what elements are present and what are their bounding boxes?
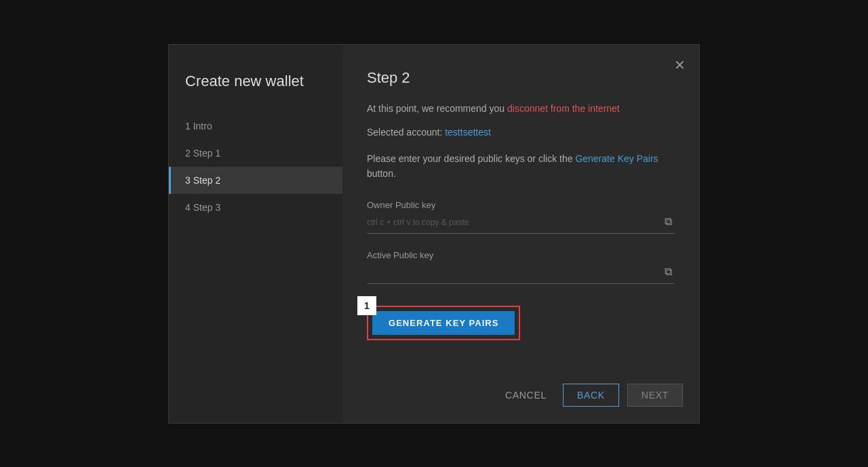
owner-key-input[interactable] (367, 217, 662, 227)
active-key-input[interactable] (367, 267, 662, 277)
selected-account-line: Selected account: testtsettest (367, 127, 675, 138)
modal-container: Create new wallet 1 Intro 2 Step 1 3 Ste… (168, 44, 700, 424)
sidebar-item-step2[interactable]: 3 Step 2 (169, 167, 342, 194)
generate-key-pairs-button[interactable]: GENERATE KEY PAIRS (372, 311, 515, 335)
instruction-text: Please enter your desired public keys or… (367, 151, 675, 182)
active-key-row: ⧉ (367, 264, 675, 284)
close-button[interactable]: ✕ (671, 56, 688, 75)
recommendation-text: At this point, we recommend you disconne… (367, 102, 675, 116)
sidebar-item-intro[interactable]: 1 Intro (169, 113, 342, 140)
account-name: testtsettest (445, 127, 491, 138)
sidebar-item-step3[interactable]: 4 Step 3 (169, 194, 342, 221)
sidebar-item-number: 1 (185, 121, 191, 131)
cancel-button[interactable]: CANCEL (497, 384, 555, 406)
next-button[interactable]: NEXT (627, 384, 683, 407)
main-content: ✕ Step 2 At this point, we recommend you… (342, 45, 699, 423)
generate-link: Generate Key Pairs (575, 153, 658, 164)
active-key-field-group: Active Public key ⧉ (367, 250, 675, 284)
owner-key-row: ⧉ (367, 214, 675, 234)
footer-actions: CANCEL BACK NEXT (497, 384, 683, 407)
sidebar: Create new wallet 1 Intro 2 Step 1 3 Ste… (169, 45, 342, 423)
active-key-label: Active Public key (367, 250, 675, 260)
sidebar-item-number: 3 (185, 175, 191, 186)
generate-area: 1 GENERATE KEY PAIRS (367, 306, 675, 340)
step-badge: 1 (357, 296, 376, 315)
sidebar-item-number: 4 (185, 202, 191, 213)
sidebar-title: Create new wallet (169, 72, 342, 113)
sidebar-item-label: Step 2 (193, 175, 220, 186)
highlight-box: GENERATE KEY PAIRS (367, 306, 520, 340)
sidebar-item-label: Step 1 (193, 148, 220, 159)
back-button[interactable]: BACK (563, 384, 619, 407)
sidebar-item-label: Intro (193, 121, 212, 131)
owner-key-label: Owner Public key (367, 200, 675, 210)
owner-key-field-group: Owner Public key ⧉ (367, 200, 675, 234)
sidebar-item-number: 2 (185, 148, 191, 159)
step-title: Step 2 (367, 69, 675, 87)
sidebar-item-label: Step 3 (193, 202, 220, 213)
active-copy-icon[interactable]: ⧉ (662, 264, 675, 279)
owner-copy-icon[interactable]: ⧉ (662, 214, 675, 229)
active-bar (169, 167, 171, 194)
sidebar-item-step1[interactable]: 2 Step 1 (169, 140, 342, 167)
disconnect-highlight: disconnet from the internet (507, 103, 620, 114)
